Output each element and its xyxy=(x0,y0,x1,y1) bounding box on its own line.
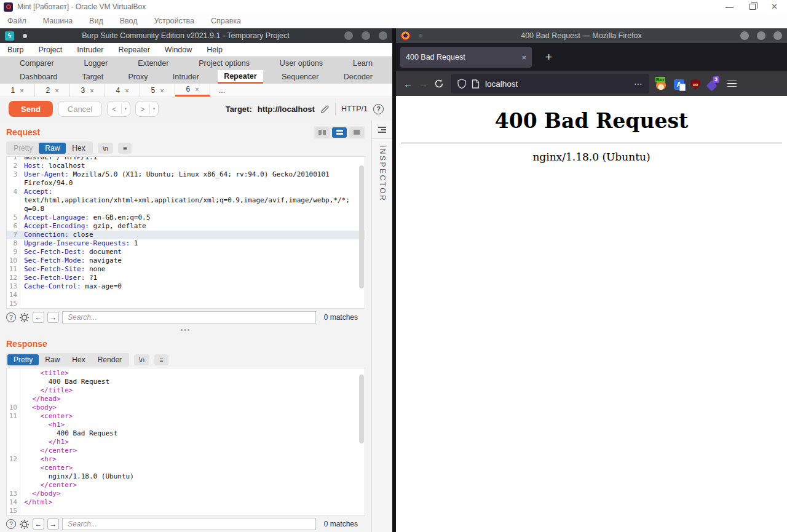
burp-menu-item[interactable]: Burp xyxy=(7,46,23,54)
burp-main-tab[interactable]: Repeater xyxy=(218,70,263,84)
editor-menu-button[interactable]: ≡ xyxy=(118,143,132,154)
prev-match-button[interactable]: ← xyxy=(33,518,44,530)
layout-rows-button[interactable] xyxy=(332,127,347,138)
ublock-extension-icon[interactable]: uo xyxy=(690,79,700,90)
prev-match-button[interactable]: ← xyxy=(33,312,44,323)
burp-main-tab[interactable]: Dashboard xyxy=(14,70,63,84)
page-info-icon[interactable] xyxy=(472,79,480,89)
repeater-tab[interactable]: 1 × xyxy=(0,84,35,97)
editor-menu-button[interactable]: ≡ xyxy=(154,354,168,365)
next-match-button[interactable]: → xyxy=(47,518,59,530)
new-tab-button[interactable]: + xyxy=(545,50,552,64)
foxyproxy-extension-icon[interactable]: Bur xyxy=(655,77,668,90)
burp-main-tab[interactable]: Sequencer xyxy=(275,70,325,84)
search-help-icon[interactable]: ? xyxy=(6,519,16,529)
close-icon[interactable]: × xyxy=(160,87,164,94)
restore-icon[interactable] xyxy=(749,4,756,10)
next-match-button[interactable]: → xyxy=(47,312,59,323)
burp-menu-item[interactable]: Repeater xyxy=(118,46,149,54)
burp-main-tab[interactable]: Logger xyxy=(77,57,114,70)
repeater-tab[interactable]: 4 × xyxy=(105,84,140,97)
vbox-menu-item[interactable]: Устройства xyxy=(154,17,194,25)
translate-extension-icon[interactable]: A xyxy=(674,79,684,90)
burp-tabs-row1: ComparerLoggerExtenderProject optionsUse… xyxy=(0,57,392,70)
history-back-button[interactable]: < ▾ xyxy=(107,101,130,117)
forward-button[interactable]: → xyxy=(419,79,428,89)
vbox-menu-item[interactable]: Ввод xyxy=(120,17,138,25)
url-text[interactable]: localhost xyxy=(485,79,628,89)
burp-main-tab[interactable]: Project options xyxy=(192,57,256,70)
url-bar[interactable]: localhost ⋯ xyxy=(451,74,649,93)
view-tab[interactable]: Hex xyxy=(66,354,91,365)
burp-menu-item[interactable]: Help xyxy=(207,46,223,54)
repeater-tab[interactable]: 5 × xyxy=(140,84,175,97)
burp-menu-item[interactable]: Intruder xyxy=(77,46,103,54)
chevron-down-icon[interactable]: ▾ xyxy=(122,106,130,111)
response-editor[interactable]: <title> 400 Bad Request </title> xyxy=(6,368,365,516)
search-input[interactable] xyxy=(62,518,316,530)
close-icon[interactable]: × xyxy=(195,85,199,93)
http-version-selector[interactable]: HTTP/1 xyxy=(341,105,368,113)
layout-single-button[interactable] xyxy=(349,127,364,138)
burp-main-tab[interactable]: Intruder xyxy=(167,70,205,84)
request-editor[interactable]: 1 adsfGET / HTTP/1.1 2 Host: localhost 3… xyxy=(6,156,365,309)
close-icon[interactable]: × xyxy=(518,53,526,62)
view-tab[interactable]: Pretty xyxy=(7,143,39,154)
layout-columns-button[interactable] xyxy=(315,127,330,138)
back-button[interactable]: ← xyxy=(403,79,413,89)
view-tab[interactable]: Raw xyxy=(39,143,66,154)
view-tab[interactable]: Hex xyxy=(66,143,91,154)
gear-icon[interactable] xyxy=(19,519,30,530)
help-icon[interactable]: ? xyxy=(373,104,384,114)
view-tab[interactable]: Render xyxy=(92,354,128,365)
history-forward-button[interactable]: > ▾ xyxy=(135,101,159,117)
edit-pencil-icon[interactable] xyxy=(320,105,330,114)
burp-main-tab[interactable]: Decoder xyxy=(338,70,379,84)
inspector-label[interactable]: INSPECTOR xyxy=(378,145,387,202)
menu-hamburger-icon[interactable] xyxy=(727,81,737,87)
browser-tab[interactable]: 400 Bad Request × xyxy=(400,47,532,68)
shield-icon[interactable] xyxy=(457,79,466,89)
panel-splitter-handle[interactable]: ••• xyxy=(0,326,371,333)
newline-toggle-button[interactable]: \n xyxy=(98,143,113,154)
minimize-icon[interactable]: — xyxy=(726,3,734,11)
burp-menu-item[interactable]: Project xyxy=(38,46,62,54)
vbox-menu-item[interactable]: Вид xyxy=(89,17,103,25)
firefox-window-controls[interactable] xyxy=(740,31,782,40)
cancel-button[interactable]: Cancel xyxy=(58,101,102,117)
send-button[interactable]: Send xyxy=(9,101,53,117)
burp-window-controls[interactable] xyxy=(344,31,387,40)
vbox-menu-item[interactable]: Файл xyxy=(7,17,26,25)
repeater-tab[interactable]: 3 × xyxy=(70,84,105,97)
view-tab[interactable]: Raw xyxy=(39,354,66,365)
burp-main-tab[interactable]: Comparer xyxy=(14,57,60,70)
wappalyzer-extension-icon[interactable]: 3 xyxy=(706,77,719,90)
close-icon[interactable]: × xyxy=(125,87,129,94)
burp-menu-item[interactable]: Window xyxy=(165,46,192,54)
vbox-menu-item[interactable]: Машина xyxy=(43,17,73,25)
burp-main-tab[interactable]: User options xyxy=(274,57,329,70)
search-input[interactable] xyxy=(62,311,316,324)
scrollbar[interactable] xyxy=(359,375,364,443)
chevron-down-icon[interactable]: ▾ xyxy=(150,106,159,111)
vbox-menu-item[interactable]: Справка xyxy=(211,17,241,25)
scrollbar[interactable] xyxy=(359,165,364,288)
close-icon[interactable]: × xyxy=(55,87,58,94)
burp-main-tab[interactable]: Extender xyxy=(132,57,175,70)
close-icon[interactable]: × xyxy=(20,87,23,94)
close-icon[interactable]: × xyxy=(90,87,93,94)
search-help-icon[interactable]: ? xyxy=(6,312,16,322)
close-icon[interactable]: × xyxy=(772,2,777,12)
page-actions-icon[interactable]: ⋯ xyxy=(634,79,643,89)
reload-icon[interactable] xyxy=(434,79,444,89)
inspector-collapse-icon[interactable] xyxy=(372,121,392,139)
more-tabs-button[interactable]: ... xyxy=(210,84,234,97)
newline-toggle-button[interactable]: \n xyxy=(134,354,149,365)
burp-main-tab[interactable]: Target xyxy=(76,70,109,84)
burp-main-tab[interactable]: Proxy xyxy=(122,70,154,84)
view-tab[interactable]: Pretty xyxy=(7,354,39,365)
burp-main-tab[interactable]: Learn xyxy=(347,57,379,70)
gear-icon[interactable] xyxy=(19,312,30,323)
repeater-tab[interactable]: 6 × xyxy=(175,84,210,97)
repeater-tab[interactable]: 2 × xyxy=(35,84,70,97)
